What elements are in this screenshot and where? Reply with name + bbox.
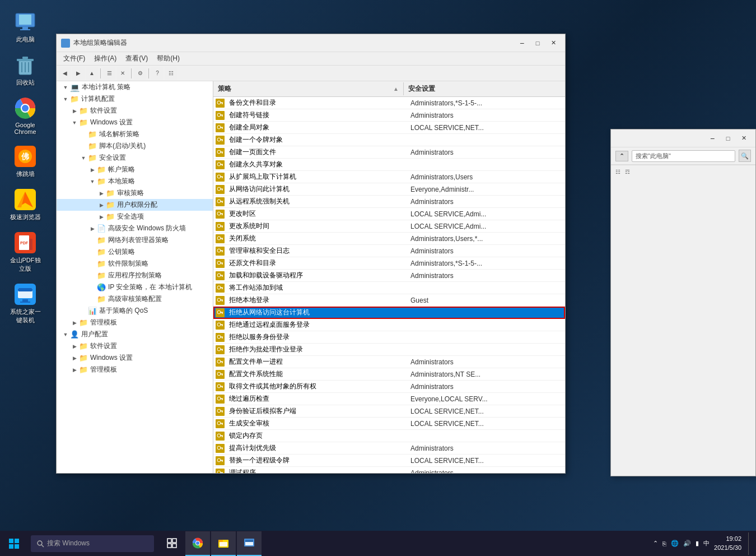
explorer-close-button[interactable]: ✕ [736,132,751,145]
policy-list-item[interactable]: 创建全局对象LOCAL SERVICE,NET... [213,122,565,134]
explorer-back-button[interactable]: ⌃ [615,151,628,161]
tree-user-software[interactable]: ▶ 📁 软件设置 [57,340,213,352]
taskbar-search-bar[interactable]: 搜索 Windows [31,535,154,552]
policy-list-item[interactable]: 创建一个令牌对象 [213,134,565,146]
tree-software-settings[interactable]: ▶ 📁 软件设置 [57,105,213,117]
tree-scripts[interactable]: 📁 脚本(启动/关机) [57,140,213,152]
tree-ac-label: 应用程序控制策略 [108,271,162,280]
policy-list-item[interactable]: 拒绝作为批处理作业登录 [213,344,565,356]
tree-software-restriction[interactable]: 📁 软件限制策略 [57,258,213,270]
tree-app-control[interactable]: 📁 应用程序控制策略 [57,270,213,281]
tree-root[interactable]: ▼ 💻 本地计算机 策略 [57,81,213,93]
tree-account-policy[interactable]: ▶ 📁 帐户策略 [57,164,213,175]
tray-ime[interactable]: 中 [703,539,710,548]
menu-view[interactable]: 查看(V) [121,53,152,64]
tree-admin-templates-cc[interactable]: ▶ 📁 管理模板 [57,317,213,328]
policy-list-item[interactable]: 创建符号链接Administrators [213,109,565,122]
policy-list-item[interactable]: 拒绝以服务身份登录 [213,331,565,344]
policy-list-item[interactable]: 还原文件和目录Administrators,*S-1-5-... [213,257,565,270]
taskbar-task-view[interactable] [160,531,184,556]
tree-user-rights[interactable]: ▶ 📁 用户权限分配 [57,199,213,211]
policy-list-item[interactable]: 拒绝通过远程桌面服务登录 [213,319,565,331]
taskbar-time[interactable]: 19:02 2021/5/30 [714,535,741,552]
explorer-address-bar[interactable]: 搜索"此电脑" [632,150,735,162]
policy-list-item[interactable]: 更改时区LOCAL SERVICE,Admi... [213,208,565,220]
svg-rect-50 [220,188,223,189]
policy-list-item[interactable]: 取得文件或其他对象的所有权Administrators [213,381,565,393]
policy-list-item[interactable]: 调试程序Administrators [213,467,565,473]
tree-user-admin-templates[interactable]: ▶ 📁 管理模板 [57,364,213,376]
policy-list-item[interactable]: 身份验证后模拟客户端LOCAL SERVICE,NET... [213,405,565,418]
toolbar-properties-button[interactable]: ⚙ [134,67,146,80]
policy-list-item[interactable]: 绕过遍历检查Everyone,LOCAL SERV... [213,393,565,405]
sys-install-icon[interactable]: 系统之家一键装机 [6,281,45,327]
policy-item-security [406,336,565,339]
tree-computer-config[interactable]: ▼ 📁 计算机配置 [57,93,213,105]
policy-list-item[interactable]: 锁定内存页 [213,430,565,442]
explorer-maximize-button[interactable]: □ [721,132,735,145]
gpe-close-button[interactable]: ✕ [546,37,561,49]
tree-advanced-firewall[interactable]: ▶ 📄 高级安全 Windows 防火墙 [57,223,213,234]
policy-list-item[interactable]: 拒绝从网络访问这台计算机 [213,307,565,319]
policy-list-item[interactable]: 替换一个进程级令牌LOCAL SERVICE,NET... [213,455,565,467]
tray-volume[interactable]: 🔊 [683,540,691,547]
taskbar-explorer-app[interactable] [211,531,236,556]
toolbar-back-button[interactable]: ◀ [59,67,71,80]
tree-network-list[interactable]: 📁 网络列表管理器策略 [57,234,213,246]
policy-list-item[interactable]: 加载和卸载设备驱动程序Administrators [213,270,565,282]
tree-pubkey-policy[interactable]: 📁 公钥策略 [57,246,213,258]
tree-qos[interactable]: 📊 基于策略的 QoS [57,305,213,317]
tree-audit-policy[interactable]: ▶ 📁 审核策略 [57,187,213,199]
taskbar-chrome-app[interactable] [185,531,210,556]
toolbar-help-button[interactable]: ? [151,67,164,80]
tray-show-desktop[interactable] [748,532,750,555]
policy-list-item[interactable]: 从远程系统强制关机Administrators [213,196,565,208]
policy-list-item[interactable]: 从网络访问此计算机Everyone,Administr... [213,183,565,196]
policy-list-item[interactable]: 备份文件和目录Administrators,*S-1-5-... [213,97,565,109]
explorer-search-button[interactable]: 🔍 [739,150,751,162]
gpe-maximize-button[interactable]: □ [530,37,545,49]
policy-list-item[interactable]: 从扩展坞上取下计算机Administrators,Users [213,171,565,183]
menu-help[interactable]: 帮助(H) [152,53,184,64]
tree-windows-settings[interactable]: ▼ 📁 Windows 设置 [57,117,213,128]
toolbar-extra-button[interactable]: ☷ [165,67,177,80]
recycle-bin-icon[interactable]: 回收站 [6,52,45,89]
tree-user-config[interactable]: ▼ 👤 用户配置 [57,328,213,340]
policy-list-item[interactable]: 管理审核和安全日志Administrators [213,245,565,257]
speed-browser-icon[interactable]: 极速浏览器 [6,186,45,224]
my-computer-icon[interactable]: 此电脑 [6,8,45,46]
gpe-minimize-button[interactable]: − [515,37,529,49]
policy-item-icon [216,456,225,465]
policy-list-item[interactable]: 提高计划优先级Administrators [213,442,565,455]
policy-list-item[interactable]: 关闭系统Administrators,Users,*... [213,233,565,245]
policy-list-item[interactable]: 创建一页面文件Administrators [213,146,565,159]
policy-list-item[interactable]: 配置文件单一进程Administrators [213,356,565,368]
foshan-icon[interactable]: 佛 佛跳墙 [6,143,45,180]
taskbar-gpe-app[interactable] [237,531,262,556]
tray-chevron[interactable]: ⌃ [653,540,658,547]
tree-local-policy[interactable]: ▼ 📁 本地策略 [57,175,213,187]
tree-security-options[interactable]: ▶ 📁 安全选项 [57,211,213,223]
tree-dns-policy[interactable]: 📁 域名解析策略 [57,128,213,140]
policy-list-item[interactable]: 生成安全审核LOCAL SERVICE,NET... [213,418,565,430]
tray-network[interactable]: 🌐 [671,540,679,547]
menu-action[interactable]: 操作(A) [90,53,121,64]
toolbar-delete-button[interactable]: ✕ [116,67,129,80]
toolbar-show-hide-button[interactable]: ☰ [103,67,115,80]
policy-list-item[interactable]: 配置文件系统性能Administrators,NT SE... [213,368,565,381]
toolbar-up-button[interactable]: ▲ [86,67,98,80]
jinshan-pdf-icon[interactable]: PDF 金山PDF独立版 [6,229,45,275]
explorer-minimize-button[interactable]: − [705,132,720,145]
start-button[interactable] [0,531,28,556]
toolbar-forward-button[interactable]: ▶ [72,67,85,80]
tree-security-settings[interactable]: ▼ 📁 安全设置 [57,152,213,164]
policy-list-item[interactable]: 创建永久共享对象 [213,159,565,171]
tree-advanced-audit[interactable]: 📁 高级审核策略配置 [57,293,213,305]
menu-file[interactable]: 文件(F) [59,53,90,64]
policy-list-item[interactable]: 更改系统时间LOCAL SERVICE,Admi... [213,220,565,233]
policy-list-item[interactable]: 将工作站添加到域 [213,282,565,294]
tree-ip-security[interactable]: 🌎 IP 安全策略，在 本地计算机 [57,281,213,293]
policy-list-item[interactable]: 拒绝本地登录Guest [213,294,565,307]
tree-user-windows[interactable]: ▶ 📁 Windows 设置 [57,352,213,364]
google-chrome-icon[interactable]: Google Chrome [6,95,45,137]
